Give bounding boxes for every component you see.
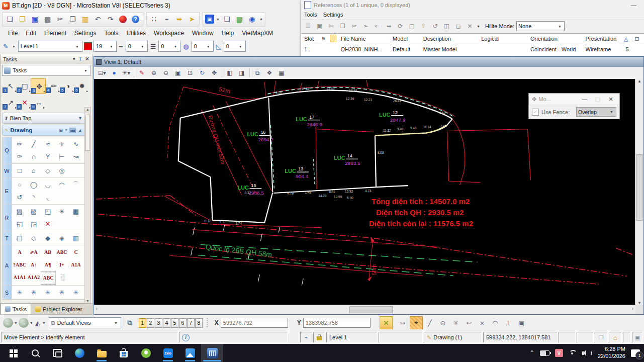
ref-hierarchy-icon[interactable]: ☰ bbox=[302, 21, 314, 32]
line-style-icon[interactable]: ╍ bbox=[119, 43, 123, 50]
active-color-combo[interactable]: 19 ▼ bbox=[94, 41, 117, 52]
change-attributes-tool[interactable]: ✏4▸ bbox=[46, 78, 60, 93]
ref-menu-settings[interactable]: Settings bbox=[323, 12, 343, 18]
place-stream-tool[interactable]: ∿ bbox=[69, 138, 83, 150]
reload-reference-icon[interactable]: ➢ bbox=[360, 21, 372, 32]
cut-icon[interactable]: ✂ bbox=[54, 13, 66, 25]
view-next-icon[interactable]: ◨ bbox=[236, 67, 248, 78]
snap-bisector[interactable]: ↩ bbox=[463, 317, 475, 329]
auto-fill-data-fields-tool[interactable]: ░ bbox=[56, 271, 70, 284]
view-toggle-5[interactable]: 5 bbox=[171, 318, 178, 328]
copy-increment-text-tool[interactable]: I+ bbox=[55, 258, 69, 271]
manage-view-groups-icon[interactable]: ⧉ bbox=[123, 317, 136, 328]
place-point-tool[interactable]: ✛ bbox=[55, 138, 69, 150]
transparency-combo[interactable]: 0 ▼ bbox=[192, 41, 214, 52]
place-block-tool[interactable]: □ bbox=[13, 164, 27, 177]
wifi-icon[interactable] bbox=[569, 350, 577, 356]
fence-mode-select[interactable]: Overlap ▼ bbox=[576, 107, 616, 117]
snap-center[interactable]: ⊙ bbox=[437, 317, 449, 329]
view-toggle-8[interactable]: 8 bbox=[195, 318, 203, 328]
view-toggle-7[interactable]: 7 bbox=[187, 318, 195, 328]
volume-icon[interactable] bbox=[582, 350, 592, 356]
drop-text-tool[interactable]: A¶ bbox=[41, 258, 55, 271]
scroll-thumb[interactable] bbox=[85, 115, 90, 151]
snap-midpoint[interactable]: ╱ bbox=[424, 317, 436, 329]
clip-volume-icon[interactable]: ❖ bbox=[263, 67, 275, 78]
copy-enter-data-field-tool[interactable]: A1A1 bbox=[13, 271, 27, 284]
place-orthogonal-shape-tool[interactable]: ◇ bbox=[41, 164, 55, 177]
menu-window[interactable]: Window bbox=[188, 28, 218, 38]
element-selection-tool[interactable]: ↖1▸ bbox=[3, 78, 17, 93]
menu-utilities[interactable]: Utilities bbox=[122, 28, 150, 38]
place-note-tool[interactable]: ⇗A bbox=[27, 246, 41, 258]
delete-clip-icon[interactable]: ✂ bbox=[348, 21, 360, 32]
reference-row[interactable]: 1 QH2030_NINH... Default Master Model Co… bbox=[301, 44, 644, 54]
place-half-ellipse-tool[interactable]: ◠ bbox=[55, 178, 69, 191]
snap-perpendicular[interactable]: ⊥ bbox=[502, 317, 514, 329]
make-direct-attachment-icon[interactable]: ◻ bbox=[452, 21, 464, 32]
task-view-button[interactable] bbox=[46, 344, 68, 362]
menu-element[interactable]: Element bbox=[40, 28, 70, 38]
snap-keypoint[interactable]: ⌖ bbox=[410, 316, 423, 329]
clip-mask-icon[interactable]: ▦ bbox=[275, 67, 288, 78]
dropdown-arrow-icon[interactable]: ▼ bbox=[30, 321, 33, 325]
file-column-icon[interactable] bbox=[330, 35, 341, 43]
attach-tags-tool[interactable]: ▤ bbox=[13, 232, 27, 244]
use-fence-checkbox[interactable]: ✓ bbox=[532, 109, 539, 116]
active-level-combo[interactable]: Level 1 ▼ bbox=[18, 41, 82, 52]
fit-view-icon[interactable]: ⊡ bbox=[184, 67, 196, 78]
snap-intersection[interactable]: ⨯ bbox=[476, 317, 488, 329]
construct-bisector-tool[interactable]: Y bbox=[41, 150, 55, 163]
move-dialog-title-bar[interactable]: ✥ Mo... — ▢ ✕ bbox=[529, 94, 619, 105]
accudraw-icon[interactable]: ◉ bbox=[246, 13, 258, 25]
view-group-combo[interactable]: ⧉ Default Views ▼ bbox=[49, 317, 121, 328]
hatch-area-tool[interactable]: ▨ bbox=[13, 205, 27, 218]
dropdown-arrow-icon[interactable]: ▼ bbox=[216, 18, 220, 21]
move-reference-icon[interactable]: ▢ bbox=[406, 21, 418, 32]
snap-origin[interactable]: ✳ bbox=[450, 317, 462, 329]
col-slot[interactable]: Slot bbox=[301, 36, 321, 42]
panel-scrollbar[interactable]: ▲▼ bbox=[84, 107, 91, 303]
snap-point-through[interactable]: ▣ bbox=[515, 317, 527, 329]
place-curve-tool[interactable]: ∩ bbox=[27, 150, 41, 163]
delete-element-tool[interactable]: ✕8▸ bbox=[17, 95, 31, 110]
layout-grid-icon[interactable]: ⊞ bbox=[59, 128, 63, 133]
place-circle-tool[interactable]: ○ bbox=[13, 178, 27, 191]
clip-reference-icon[interactable]: ✄ bbox=[325, 21, 337, 32]
place-line-tool[interactable]: ╱ bbox=[27, 138, 41, 150]
paste-icon[interactable]: ▥ bbox=[79, 13, 91, 25]
scroll-left-icon[interactable]: ‹ bbox=[96, 306, 98, 311]
open-markup-icon[interactable]: ➥ bbox=[173, 13, 186, 25]
window-area-icon[interactable]: ▣ bbox=[172, 67, 184, 78]
update-view-icon[interactable]: ✎ bbox=[136, 67, 148, 78]
transparency-icon[interactable]: ◍ bbox=[183, 43, 189, 50]
col-file-name[interactable]: File Name bbox=[340, 36, 393, 42]
priority-combo[interactable]: 0 ▼ bbox=[224, 41, 246, 52]
construct-points-along-tool[interactable]: ✳ bbox=[69, 286, 83, 299]
element-selection-icon[interactable]: ⌁ bbox=[160, 13, 173, 25]
import-markup-icon[interactable]: ➤ bbox=[186, 13, 198, 25]
scroll-right-icon[interactable]: › bbox=[632, 306, 633, 311]
modify-arc-angle-tool[interactable]: ◝ bbox=[27, 191, 41, 204]
menu-workspace[interactable]: Workspace bbox=[150, 28, 188, 38]
display-text-attributes-tool[interactable]: C bbox=[69, 246, 83, 258]
pin-icon[interactable]: ⊤ bbox=[78, 56, 83, 62]
open-in-new-session-icon[interactable]: ➥ bbox=[383, 21, 395, 32]
zoom-out-icon[interactable]: ⊖ bbox=[160, 67, 172, 78]
measure-tool[interactable]: ↔9▸ bbox=[31, 95, 45, 110]
hilite-mode-select[interactable]: None ▼ bbox=[516, 21, 565, 31]
status-dialog-cell[interactable]: ▣ bbox=[632, 332, 643, 343]
new-file-icon[interactable]: ❏ bbox=[4, 13, 16, 25]
tasks-panel-header[interactable]: Tasks ▼ ⊤ ✕ bbox=[1, 54, 92, 64]
tasks-combo[interactable]: Tasks ▼ bbox=[2, 65, 90, 76]
rotate-reference-icon[interactable]: ↺ bbox=[429, 21, 441, 32]
back-button[interactable]: ← bbox=[3, 318, 13, 328]
close-icon[interactable]: ✕ bbox=[605, 96, 616, 103]
chevron-up-icon[interactable]: ▲ bbox=[78, 128, 82, 133]
move-element-dialog[interactable]: ✥ Mo... — ▢ ✕ ✓ Use Fence: Overlap ▼ bbox=[528, 93, 620, 119]
tab-project-explorer[interactable]: Project Explorer bbox=[31, 304, 86, 314]
microstation-app[interactable] bbox=[201, 344, 223, 362]
coccoc-app[interactable] bbox=[135, 344, 157, 362]
place-smartline-tool[interactable]: ✏ bbox=[13, 138, 27, 150]
microstation-manager-icon[interactable] bbox=[119, 16, 127, 23]
